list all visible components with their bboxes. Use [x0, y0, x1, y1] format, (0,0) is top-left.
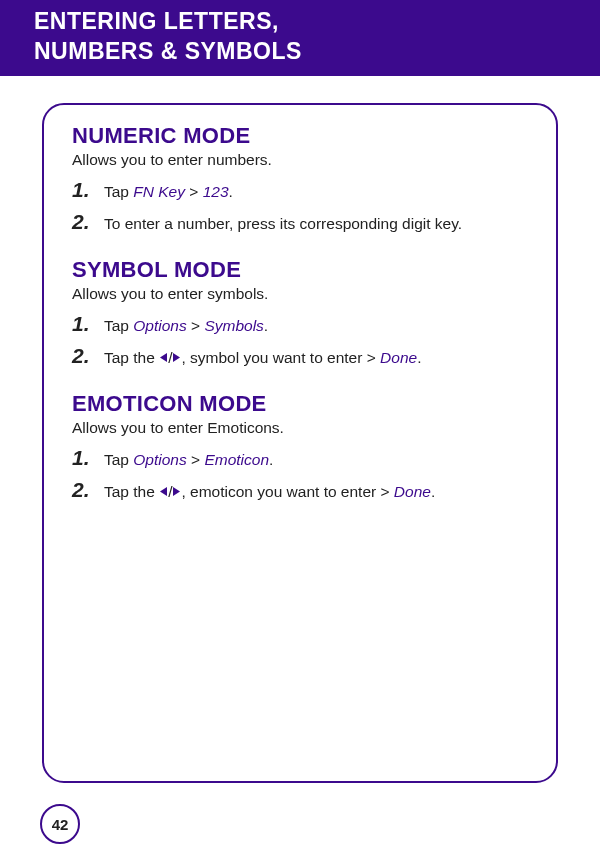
keyword: Options	[133, 317, 186, 334]
keyword: FN Key	[133, 183, 185, 200]
step-body: Tap the /, emoticon you want to enter > …	[104, 481, 532, 503]
step-number: 2.	[72, 211, 104, 233]
left-arrow-icon	[159, 481, 168, 503]
symbol-step-1: 1. Tap Options > Symbols.	[72, 313, 532, 337]
header-title-line2: NUMBERS & SYMBOLS	[34, 38, 302, 64]
page-number: 42	[40, 804, 80, 844]
keyword: Done	[394, 483, 431, 500]
text: .	[269, 451, 273, 468]
step-number: 2.	[72, 345, 104, 367]
text: .	[264, 317, 268, 334]
step-body: Tap FN Key > 123.	[104, 181, 532, 203]
emoticon-step-1: 1. Tap Options > Emoticon.	[72, 447, 532, 471]
step-body: Tap the /, symbol you want to enter > Do…	[104, 347, 532, 369]
text: , emoticon you want to enter >	[181, 483, 393, 500]
section-desc-numeric: Allows you to enter numbers.	[72, 151, 532, 169]
text: Tap the	[104, 483, 159, 500]
section-title-numeric: NUMERIC MODE	[72, 123, 532, 149]
keyword: 123	[203, 183, 229, 200]
svg-marker-1	[173, 353, 180, 362]
text: Tap	[104, 183, 133, 200]
numeric-step-2: 2. To enter a number, press its correspo…	[72, 211, 532, 235]
step-number: 1.	[72, 313, 104, 335]
text: Tap	[104, 317, 133, 334]
section-desc-emoticon: Allows you to enter Emoticons.	[72, 419, 532, 437]
text: >	[187, 317, 205, 334]
emoticon-step-2: 2. Tap the /, emoticon you want to enter…	[72, 479, 532, 503]
content-frame: NUMERIC MODE Allows you to enter numbers…	[42, 103, 558, 783]
section-title-emoticon: EMOTICON MODE	[72, 391, 532, 417]
numeric-step-1: 1. Tap FN Key > 123.	[72, 179, 532, 203]
text: .	[431, 483, 435, 500]
step-body: Tap Options > Emoticon.	[104, 449, 532, 471]
text: Tap the	[104, 349, 159, 366]
svg-marker-3	[173, 487, 180, 496]
step-number: 1.	[72, 179, 104, 201]
svg-marker-2	[160, 487, 167, 496]
text: To enter a number, press its correspondi…	[104, 215, 462, 232]
page-number-value: 42	[52, 816, 69, 833]
text: >	[187, 451, 205, 468]
keyword: Emoticon	[204, 451, 269, 468]
header-title: ENTERING LETTERS, NUMBERS & SYMBOLS	[34, 6, 566, 66]
text: .	[417, 349, 421, 366]
text: Tap	[104, 451, 133, 468]
keyword: Options	[133, 451, 186, 468]
step-body: To enter a number, press its correspondi…	[104, 213, 532, 235]
header-title-line1: ENTERING LETTERS,	[34, 8, 279, 34]
text: >	[185, 183, 203, 200]
text: , symbol you want to enter >	[181, 349, 380, 366]
section-title-symbol: SYMBOL MODE	[72, 257, 532, 283]
step-body: Tap Options > Symbols.	[104, 315, 532, 337]
page-header: ENTERING LETTERS, NUMBERS & SYMBOLS	[0, 0, 600, 76]
svg-marker-0	[160, 353, 167, 362]
text: .	[229, 183, 233, 200]
keyword: Symbols	[204, 317, 263, 334]
section-desc-symbol: Allows you to enter symbols.	[72, 285, 532, 303]
symbol-step-2: 2. Tap the /, symbol you want to enter >…	[72, 345, 532, 369]
step-number: 2.	[72, 479, 104, 501]
left-arrow-icon	[159, 347, 168, 369]
keyword: Done	[380, 349, 417, 366]
step-number: 1.	[72, 447, 104, 469]
